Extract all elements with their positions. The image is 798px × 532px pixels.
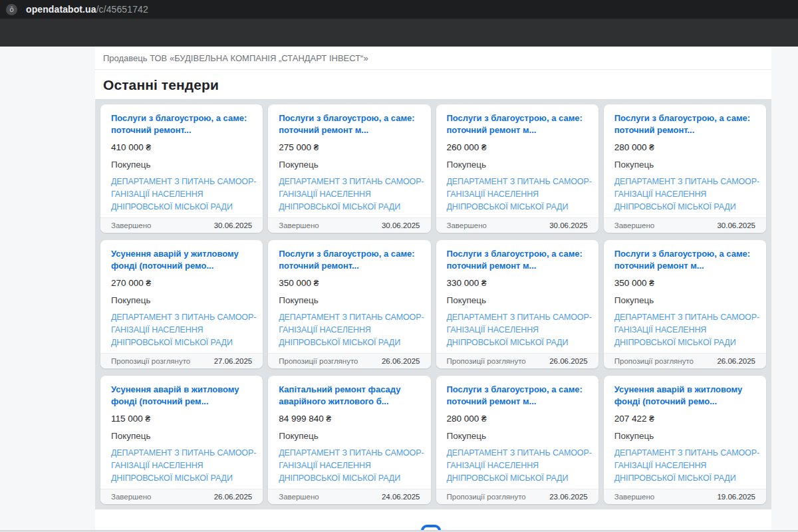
tender-status: Завершено: [614, 493, 654, 501]
buyer-link[interactable]: ДЕПАРТАМЕНТ З ПИТАНЬ САМООР- ГАНІЗАЦІЇ Н…: [447, 311, 588, 349]
site-header-band: [0, 19, 798, 47]
buyer-label: Покупець: [614, 431, 755, 441]
tender-date: 24.06.2025: [382, 493, 420, 501]
buyer-label: Покупець: [111, 295, 252, 305]
buyer-link[interactable]: ДЕПАРТАМЕНТ З ПИТАНЬ САМООР- ГАНІЗАЦІЇ Н…: [279, 447, 420, 485]
tender-card: Послуги з благоустрою, а саме: поточний …: [604, 240, 766, 368]
tender-price: 330 000 ₴: [447, 278, 588, 288]
tender-card-footer: Завершено 26.06.2025: [100, 489, 263, 504]
tender-card-footer: Пропозиції розглянуто 27.06.2025: [100, 353, 263, 368]
tender-price: 280 000 ₴: [447, 414, 588, 424]
tender-card: Послуги з благоустрою, а саме: поточний …: [604, 104, 766, 233]
tender-title-link[interactable]: Послуги з благоустрою, а саме: поточний …: [447, 248, 588, 272]
tender-date: 30.06.2025: [214, 221, 253, 229]
tender-card-footer: Завершено 30.06.2025: [268, 217, 430, 233]
buyer-link[interactable]: ДЕПАРТАМЕНТ З ПИТАНЬ САМООР- ГАНІЗАЦІЇ Н…: [279, 311, 420, 349]
page-background: Продавець ТОВ «БУДІВЕЛЬНА КОМПАНІЯ „СТАН…: [0, 47, 798, 532]
tender-cards-grid: Послуги з благоустрою, а саме: поточний …: [95, 99, 771, 509]
tender-price: 115 000 ₴: [111, 414, 252, 424]
buyer-link[interactable]: ДЕПАРТАМЕНТ З ПИТАНЬ САМООР- ГАНІЗАЦІЇ Н…: [447, 447, 588, 485]
tender-card: Усунення аварій в житловому фонді (поточ…: [604, 376, 766, 504]
tender-card-footer: Завершено 30.06.2025: [604, 217, 766, 233]
tender-price: 275 000 ₴: [279, 142, 420, 152]
tender-card: Послуги з благоустрою, а саме: поточний …: [436, 104, 598, 233]
buyer-link[interactable]: ДЕПАРТАМЕНТ З ПИТАНЬ САМООР- ГАНІЗАЦІЇ Н…: [279, 176, 420, 213]
tender-card: Послуги з благоустрою, а саме: поточний …: [268, 104, 430, 233]
tender-title-link[interactable]: Послуги з благоустрою, а саме: поточний …: [111, 112, 252, 136]
tender-title-link[interactable]: Послуги з благоустрою, а саме: поточний …: [614, 112, 755, 136]
tender-date: 26.06.2025: [214, 493, 253, 501]
tender-status: Пропозиції розглянуто: [447, 357, 526, 365]
buyer-link[interactable]: ДЕПАРТАМЕНТ З ПИТАНЬ САМООР- ГАНІЗАЦІЇ Н…: [614, 311, 755, 349]
buyer-label: Покупець: [279, 160, 420, 170]
url-domain: opendatabot.ua: [26, 4, 96, 15]
tender-card: Послуги з благоустрою, а саме: поточний …: [268, 240, 430, 368]
tender-status: Пропозиції розглянуто: [447, 493, 526, 501]
tender-price: 260 000 ₴: [447, 142, 588, 152]
tender-price: 84 999 840 ₴: [279, 414, 420, 424]
browser-url-bar[interactable]: ō opendatabot.ua/c/45651742: [0, 0, 798, 19]
buyer-label: Покупець: [614, 295, 755, 305]
tender-date: 26.06.2025: [382, 357, 420, 365]
tender-status: Завершено: [447, 221, 487, 229]
url-path: /c/45651742: [96, 4, 148, 15]
section-title: Останні тендери: [103, 77, 763, 93]
tender-status: Пропозиції розглянуто: [111, 357, 190, 365]
buyer-link[interactable]: ДЕПАРТАМЕНТ З ПИТАНЬ САМООР- ГАНІЗАЦІЇ Н…: [614, 176, 755, 213]
tender-status: Пропозиції розглянуто: [279, 357, 358, 365]
tender-price: 280 000 ₴: [614, 142, 755, 152]
tender-date: 30.06.2025: [549, 221, 588, 229]
tender-card-footer: Завершено 30.06.2025: [100, 217, 263, 233]
site-favicon-icon: ō: [6, 4, 17, 15]
tender-card: Усунення аварій в житловому фонді (поточ…: [100, 376, 263, 504]
tender-status: Завершено: [614, 221, 654, 229]
seller-row: Продавець ТОВ «БУДІВЕЛЬНА КОМПАНІЯ „СТАН…: [95, 47, 771, 70]
tender-title-link[interactable]: Послуги з благоустрою, а саме: поточний …: [447, 384, 588, 408]
buyer-label: Покупець: [279, 295, 420, 305]
tender-card: Усунення аварій у житловому фонді (поточ…: [100, 240, 263, 368]
tender-card: Послуги з благоустрою, а саме: поточний …: [100, 104, 263, 233]
tender-card-footer: Пропозиції розглянуто 26.06.2025: [436, 353, 598, 368]
tender-title-link[interactable]: Послуги з благоустрою, а саме: поточний …: [447, 112, 588, 136]
tender-price: 270 000 ₴: [111, 278, 252, 288]
seller-line: Продавець ТОВ «БУДІВЕЛЬНА КОМПАНІЯ „СТАН…: [103, 53, 368, 63]
tender-title-link[interactable]: Послуги з благоустрою, а саме: поточний …: [614, 248, 755, 272]
buyer-label: Покупець: [111, 160, 252, 170]
buyer-link[interactable]: ДЕПАРТАМЕНТ З ПИТАНЬ САМООР- ГАНІЗАЦІЇ Н…: [614, 447, 755, 485]
tender-price: 410 000 ₴: [111, 142, 252, 152]
tender-card: Послуги з благоустрою, а саме: поточний …: [436, 240, 598, 368]
tender-date: 23.06.2025: [549, 493, 588, 501]
tender-card: Капітальний ремонт фасаду аварійного жит…: [268, 376, 430, 504]
tender-status: Завершено: [279, 221, 319, 229]
tender-title-link[interactable]: Усунення аварій в житловому фонді (поточ…: [614, 384, 755, 408]
buyer-link[interactable]: ДЕПАРТАМЕНТ З ПИТАНЬ САМООР- ГАНІЗАЦІЇ Н…: [447, 176, 588, 213]
tender-title-link[interactable]: Усунення аварій у житловому фонді (поточ…: [111, 248, 252, 272]
buyer-label: Покупець: [614, 160, 755, 170]
buyer-link[interactable]: ДЕПАРТАМЕНТ З ПИТАНЬ САМООР- ГАНІЗАЦІЇ Н…: [111, 447, 252, 485]
buyer-label: Покупець: [279, 431, 420, 441]
buyer-link[interactable]: ДЕПАРТАМЕНТ З ПИТАНЬ САМООР- ГАНІЗАЦІЇ Н…: [111, 176, 252, 213]
tender-status: Завершено: [111, 221, 151, 229]
address-url[interactable]: opendatabot.ua/c/45651742: [26, 4, 148, 15]
tender-status: Пропозиції розглянуто: [614, 357, 694, 365]
buyer-label: Покупець: [447, 431, 588, 441]
section-header: Останні тендери: [95, 70, 771, 99]
tender-date: 26.06.2025: [549, 357, 588, 365]
tender-card-footer: Завершено 30.06.2025: [436, 217, 598, 233]
tender-title-link[interactable]: Усунення аварій в житловому фонді (поточ…: [111, 384, 252, 408]
tender-date: 30.06.2025: [382, 221, 420, 229]
buyer-label: Покупець: [447, 295, 588, 305]
tender-price: 350 000 ₴: [614, 278, 755, 288]
tender-title-link[interactable]: Послуги з благоустрою, а саме: поточний …: [279, 112, 420, 136]
tender-date: 26.06.2025: [717, 357, 755, 365]
tender-title-link[interactable]: Послуги з благоустрою, а саме: поточний …: [279, 248, 420, 272]
tender-card-footer: Завершено 24.06.2025: [268, 489, 430, 504]
buyer-label: Покупець: [447, 160, 588, 170]
buyer-link[interactable]: ДЕПАРТАМЕНТ З ПИТАНЬ САМООР- ГАНІЗАЦІЇ Н…: [111, 311, 252, 349]
tender-title-link[interactable]: Капітальний ремонт фасаду аварійного жит…: [279, 384, 420, 408]
tender-date: 27.06.2025: [214, 357, 253, 365]
tender-date: 19.06.2025: [717, 493, 755, 501]
tender-card-footer: Завершено 19.06.2025: [604, 489, 766, 504]
buyer-label: Покупець: [111, 431, 252, 441]
content-column: Продавець ТОВ «БУДІВЕЛЬНА КОМПАНІЯ „СТАН…: [95, 47, 771, 532]
